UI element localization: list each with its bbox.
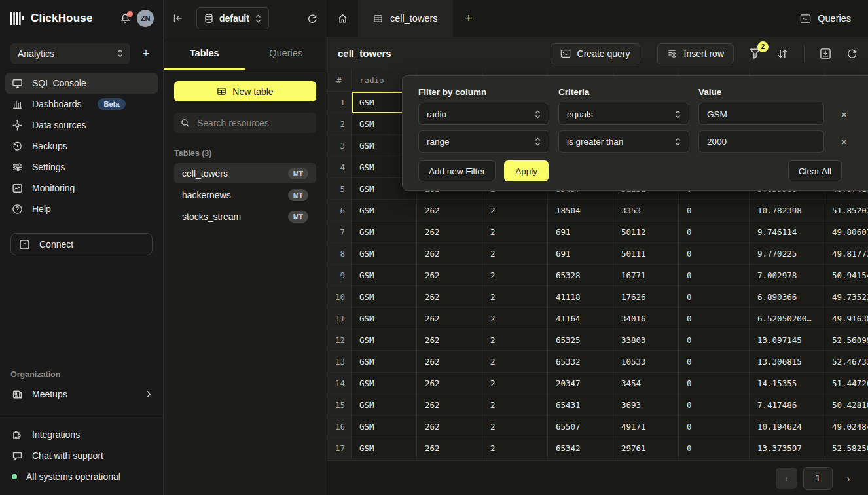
table-cell[interactable]: GSM (352, 221, 417, 243)
table-cell[interactable]: 10.194624 (750, 416, 825, 437)
apply-filters-button[interactable]: Apply (504, 160, 549, 181)
table-cell[interactable]: 49.916384 (825, 308, 868, 329)
table-cell[interactable]: 0 (679, 416, 750, 437)
table-cell[interactable]: 262 (417, 265, 482, 286)
table-cell[interactable]: 0 (679, 265, 750, 286)
table-cell[interactable]: 262 (417, 221, 482, 243)
table-cell[interactable]: 2 (482, 437, 548, 459)
table-cell[interactable]: GSM (352, 351, 417, 373)
table-cell[interactable]: 7.417486 (750, 394, 825, 416)
table-cell[interactable]: 262 (417, 351, 482, 373)
table-cell[interactable]: 2 (482, 373, 548, 394)
table-cell[interactable]: 65332 (548, 351, 613, 373)
table-cell[interactable]: 2 (482, 243, 548, 265)
table-cell[interactable]: GSM (352, 265, 417, 286)
table-cell[interactable]: 9.746114 (750, 221, 825, 243)
table-cell[interactable]: 262 (417, 308, 482, 329)
table-cell[interactable]: 3693 (613, 394, 679, 416)
table-cell[interactable]: 65507 (548, 416, 613, 437)
table-list-item-cell-towers[interactable]: cell_towers MT (174, 163, 316, 183)
table-cell[interactable]: 2 (482, 329, 548, 351)
sidebar-item-data-sources[interactable]: Data sources (5, 115, 158, 136)
refresh-tables-icon[interactable] (307, 13, 317, 24)
table-cell[interactable]: GSM (352, 243, 417, 265)
table-cell[interactable]: 2 (482, 200, 548, 221)
table-cell[interactable]: 2 (482, 221, 548, 243)
database-selector[interactable]: default (196, 7, 269, 29)
remove-filter-button[interactable]: × (835, 109, 854, 120)
table-cell[interactable]: 16771 (613, 265, 679, 286)
table-cell[interactable]: 262 (417, 200, 482, 221)
table-cell[interactable]: 49.806073 (825, 221, 868, 243)
sidebar-item-backups[interactable]: Backups (5, 136, 158, 156)
table-cell[interactable]: 52.4673325 (825, 351, 868, 373)
table-cell[interactable]: 50.941544 (825, 265, 868, 286)
table-cell[interactable]: 262 (417, 416, 482, 437)
table-cell[interactable]: 65342 (548, 437, 613, 459)
sidebar-item-integrations[interactable]: Integrations (5, 424, 158, 445)
search-input[interactable] (196, 117, 317, 129)
filter-value-input[interactable] (698, 103, 824, 125)
create-query-button[interactable]: Create query (551, 43, 640, 64)
table-cell[interactable]: 262 (417, 437, 482, 459)
table-cell[interactable]: 0 (679, 308, 750, 329)
table-cell[interactable]: 17626 (613, 286, 679, 308)
table-cell[interactable]: GSM (352, 416, 417, 437)
connect-button[interactable]: Connect (10, 233, 153, 255)
table-cell[interactable]: 0 (679, 221, 750, 243)
sidebar-item-sql-console[interactable]: SQL Console (5, 73, 158, 94)
filter-column-select[interactable]: radio (418, 103, 549, 125)
table-cell[interactable]: 50112 (613, 221, 679, 243)
collapse-sidebar-icon[interactable] (173, 14, 183, 23)
queries-button[interactable]: Queries (783, 0, 868, 37)
tab-tables[interactable]: Tables (164, 37, 245, 69)
sidebar-item-help[interactable]: Help (5, 198, 158, 219)
table-cell[interactable]: 262 (417, 329, 482, 351)
table-list-item-stocks-stream[interactable]: stocks_stream MT (174, 206, 316, 227)
sidebar-item-dashboards[interactable]: Dashboards Beta (5, 94, 158, 115)
row-number-header[interactable]: # (327, 69, 352, 92)
table-cell[interactable]: 13.306815 (750, 351, 825, 373)
table-cell[interactable]: 0 (679, 437, 750, 459)
table-cell[interactable]: 13.097145 (750, 329, 825, 351)
table-cell[interactable]: 50111 (613, 243, 679, 265)
table-cell[interactable]: 2 (482, 416, 548, 437)
table-cell[interactable]: GSM (352, 200, 417, 221)
table-cell[interactable]: 18504 (548, 200, 613, 221)
table-cell[interactable]: GSM (352, 373, 417, 394)
tab-queries[interactable]: Queries (245, 37, 327, 69)
table-cell[interactable]: 9.770225 (750, 243, 825, 265)
table-cell[interactable]: 0 (679, 286, 750, 308)
table-cell[interactable]: 7.002978 (750, 265, 825, 286)
table-cell[interactable]: 2 (482, 394, 548, 416)
table-cell[interactable]: GSM (352, 308, 417, 329)
table-cell[interactable]: 51.852036 (825, 200, 868, 221)
add-service-button[interactable]: + (139, 46, 153, 61)
insert-row-button[interactable]: Insert row (657, 43, 734, 64)
table-cell[interactable]: 52.560998 (825, 329, 868, 351)
table-cell[interactable]: 65325 (548, 329, 613, 351)
table-cell[interactable]: 65431 (548, 394, 613, 416)
table-cell[interactable]: 691 (548, 243, 613, 265)
table-cell[interactable]: 52.582505 (825, 437, 868, 459)
sidebar-item-meetups[interactable]: Meetups (5, 384, 158, 405)
table-cell[interactable]: GSM (352, 394, 417, 416)
filter-criteria-select[interactable]: is greater than (558, 130, 689, 153)
table-cell[interactable]: 0 (679, 394, 750, 416)
system-status-row[interactable]: All systems operational (5, 466, 158, 487)
table-cell[interactable]: 2 (482, 286, 548, 308)
table-cell[interactable]: 49.735233 (825, 286, 868, 308)
tab-cell-towers[interactable]: cell_towers (358, 0, 453, 37)
table-list-item-hackernews[interactable]: hackernews MT (174, 185, 316, 205)
table-cell[interactable]: 0 (679, 373, 750, 394)
table-cell[interactable]: 49.817739 (825, 243, 868, 265)
table-cell[interactable]: 2 (482, 265, 548, 286)
table-cell[interactable]: 65328 (548, 265, 613, 286)
filter-button[interactable]: 2 (749, 48, 761, 60)
table-cell[interactable]: 262 (417, 373, 482, 394)
table-cell[interactable]: 6.52050200… (750, 308, 825, 329)
table-cell[interactable]: 14.15355 (750, 373, 825, 394)
notifications-bell-icon[interactable] (120, 13, 131, 24)
table-cell[interactable]: 49.024841 (825, 416, 868, 437)
table-cell[interactable]: 0 (679, 200, 750, 221)
